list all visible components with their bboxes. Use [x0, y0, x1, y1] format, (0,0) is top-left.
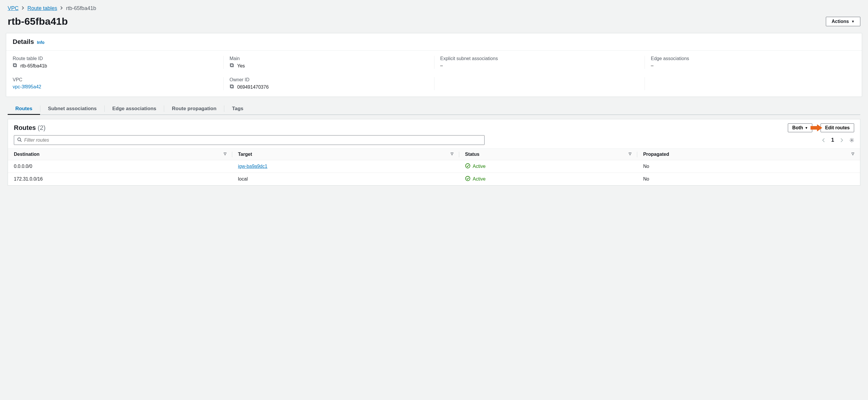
breadcrumb: VPC Route tables rtb-65fba41b [6, 3, 862, 15]
svg-line-8 [20, 140, 22, 142]
field-label: Owner ID [229, 77, 428, 82]
arrow-annotation-icon [810, 124, 822, 131]
field-label: Explicit subnet associations [440, 56, 639, 61]
vpc-link[interactable]: vpc-3f895a42 [13, 84, 41, 90]
search-icon [17, 137, 22, 143]
check-circle-icon [465, 163, 470, 170]
cell-target-link[interactable]: igw-ba9a9dc1 [238, 164, 268, 169]
caret-down-icon: ▼ [805, 126, 808, 130]
edge-assoc-value: – [651, 63, 653, 68]
main-value: Yes [237, 63, 245, 69]
sort-icon: ▽ [451, 152, 453, 156]
both-filter-button[interactable]: Both ▼ [788, 124, 812, 132]
col-destination[interactable]: Destination ▽ [8, 149, 232, 160]
field-label: VPC [13, 77, 218, 82]
table-row[interactable]: 172.31.0.0/16 local Active No [8, 173, 860, 186]
explicit-subnet-assoc-value: – [440, 63, 443, 68]
sort-icon: ▽ [224, 152, 226, 156]
copy-icon[interactable] [13, 63, 18, 69]
page-title: rtb-65fba41b [8, 15, 68, 27]
tab-tags[interactable]: Tags [224, 103, 251, 114]
tab-subnet-associations[interactable]: Subnet associations [40, 103, 104, 114]
svg-point-10 [465, 164, 470, 168]
svg-point-9 [851, 139, 852, 140]
breadcrumb-link-vpc[interactable]: VPC [8, 5, 19, 11]
svg-point-11 [465, 176, 470, 181]
routes-table: Destination ▽ Target ▽ Status ▽ Propagat… [8, 148, 860, 185]
chevron-right-icon [60, 5, 63, 11]
edit-routes-label: Edit routes [825, 125, 850, 131]
breadcrumb-link-route-tables[interactable]: Route tables [27, 5, 57, 11]
col-label: Propagated [643, 152, 669, 157]
sort-icon: ▽ [629, 152, 631, 156]
next-page-button[interactable] [839, 138, 844, 142]
both-label: Both [792, 125, 803, 131]
cell-propagated: No [637, 160, 860, 173]
settings-gear-icon[interactable] [849, 138, 854, 142]
edit-routes-button[interactable]: Edit routes [820, 124, 854, 132]
cell-status: Active [473, 164, 486, 169]
tab-edge-associations[interactable]: Edge associations [105, 103, 164, 114]
cell-status: Active [473, 176, 486, 182]
col-propagated[interactable]: Propagated ▽ [637, 149, 860, 160]
svg-marker-6 [810, 124, 822, 131]
cell-destination: 172.31.0.0/16 [8, 173, 232, 186]
filter-routes-search[interactable] [14, 135, 485, 145]
check-circle-icon [465, 176, 470, 182]
prev-page-button[interactable] [821, 138, 826, 142]
col-label: Status [465, 152, 479, 157]
col-label: Destination [14, 152, 39, 157]
col-target[interactable]: Target ▽ [232, 149, 459, 160]
details-heading: Details [13, 38, 34, 46]
route-table-id-value: rtb-65fba41b [20, 63, 47, 69]
info-link[interactable]: Info [37, 40, 44, 45]
chevron-right-icon [22, 5, 25, 11]
copy-icon[interactable] [229, 63, 234, 69]
tabs: Routes Subnet associations Edge associat… [8, 103, 860, 115]
col-label: Target [238, 152, 252, 157]
col-status[interactable]: Status ▽ [459, 149, 637, 160]
caret-down-icon: ▼ [851, 20, 855, 24]
breadcrumb-current: rtb-65fba41b [66, 5, 96, 11]
details-panel: Details Info Route table ID rtb-65fba41b… [6, 33, 862, 97]
routes-count: (2) [38, 124, 46, 131]
field-label: Main [229, 56, 428, 61]
field-label: Route table ID [13, 56, 218, 61]
sort-icon: ▽ [851, 152, 854, 156]
table-row[interactable]: 0.0.0.0/0 igw-ba9a9dc1 Active No [8, 160, 860, 173]
field-label: Edge associations [651, 56, 849, 61]
cell-destination: 0.0.0.0/0 [8, 160, 232, 173]
actions-label: Actions [832, 19, 849, 24]
actions-button[interactable]: Actions ▼ [826, 17, 860, 26]
copy-icon[interactable] [229, 84, 234, 90]
routes-heading: Routes [14, 124, 36, 131]
cell-propagated: No [637, 173, 860, 186]
tab-routes[interactable]: Routes [8, 103, 40, 114]
svg-point-7 [18, 138, 21, 141]
routes-panel: Routes (2) Both ▼ Edit routes [8, 119, 860, 186]
filter-routes-input[interactable] [24, 138, 481, 143]
owner-id-value: 069491470376 [237, 85, 269, 90]
tab-route-propagation[interactable]: Route propagation [164, 103, 224, 114]
page-number: 1 [831, 137, 834, 143]
cell-target: local [232, 173, 459, 186]
